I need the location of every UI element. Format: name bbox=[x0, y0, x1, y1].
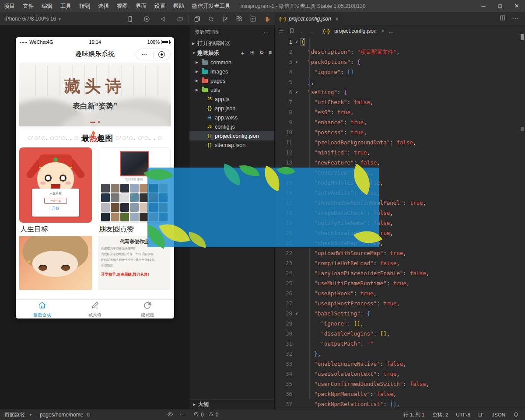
banner-carousel[interactable]: 藏头诗 表白新“姿势” bbox=[19, 63, 171, 126]
paper-text-line: 现代写寒假各科作业业务, 每本作业9.9元, bbox=[101, 258, 168, 262]
code-area[interactable]: 1∨{2 "description": "项目配置文件",3∨ "packOpt… bbox=[275, 37, 525, 409]
json-file-icon: {} bbox=[206, 133, 213, 138]
search-icon[interactable] bbox=[206, 14, 215, 23]
explorer-title: 资源管理器 bbox=[195, 29, 219, 35]
capsule-button[interactable]: ••• bbox=[136, 49, 171, 60]
cloud-decoration-right: 〇ﾟ〇ﾟ〇。〇ﾟ〇。。〇 bbox=[116, 136, 162, 141]
explorer-more-icon[interactable]: ⋯ bbox=[264, 29, 269, 35]
tabbar-item-趣图合成[interactable]: 趣图合成 bbox=[16, 300, 69, 318]
card-anime[interactable]: ✦ bbox=[19, 236, 92, 290]
editor-more-icon[interactable]: ⋯ bbox=[512, 14, 519, 23]
menu-工具[interactable]: 工具 bbox=[56, 0, 75, 12]
new-file-icon[interactable]: ＋ bbox=[240, 49, 245, 57]
menu-视图[interactable]: 视图 bbox=[113, 0, 132, 12]
banner-title: 藏头诗 bbox=[19, 76, 171, 98]
phone-simulator[interactable]: ••••• WeChat4G 16:14 100% 趣味娱乐系统 ••• 藏头诗… bbox=[16, 37, 174, 318]
code-line: 34 "useIsolateContext": true, bbox=[275, 369, 525, 379]
maximize-button[interactable]: □ bbox=[492, 0, 508, 12]
template-icon[interactable] bbox=[248, 14, 257, 23]
multi-window-icon[interactable] bbox=[175, 14, 184, 23]
record-icon[interactable] bbox=[142, 14, 151, 23]
battery-percent: 100% bbox=[147, 39, 160, 45]
avatar bbox=[101, 222, 110, 223]
page-path-value[interactable]: pages/home/home bbox=[40, 412, 83, 418]
outline-section[interactable]: ▶大纲 bbox=[189, 399, 274, 409]
tabbar-item-隐藏图[interactable]: 隐藏图 bbox=[121, 300, 174, 318]
language-mode[interactable]: JSON bbox=[492, 412, 505, 417]
menu-项目[interactable]: 项目 bbox=[0, 0, 19, 12]
more-icon[interactable]: ⋯ bbox=[179, 412, 185, 418]
extensions-icon[interactable] bbox=[234, 14, 243, 23]
js-file-icon: JS bbox=[206, 125, 213, 129]
menu-选择[interactable]: 选择 bbox=[94, 0, 113, 12]
tree-item-config.js[interactable]: JSconfig.js bbox=[189, 122, 274, 131]
breadcrumb-file[interactable]: project.config.json bbox=[334, 28, 377, 34]
card-moments-likes[interactable]: 5分钟前 删除 bbox=[98, 147, 171, 223]
open-editors-row[interactable]: ▶打开的编辑器 bbox=[189, 38, 274, 48]
tabbar-item-藏头诗[interactable]: 藏头诗 bbox=[69, 300, 122, 318]
back-icon[interactable]: ← bbox=[299, 28, 305, 35]
wxss-file-icon: ヨ bbox=[206, 114, 213, 121]
avatar bbox=[101, 184, 110, 192]
code-line: 7 "urlCheck": false, bbox=[275, 97, 525, 107]
capsule-close-icon[interactable] bbox=[154, 51, 171, 58]
menu-微信开发者工具[interactable]: 微信开发者工具 bbox=[188, 0, 234, 12]
indentation[interactable]: 空格: 2 bbox=[433, 412, 448, 418]
file-tree: ▶common▶images▶pages▶utilsJSapp.js{}app.… bbox=[189, 58, 274, 150]
menu-帮助[interactable]: 帮助 bbox=[169, 0, 188, 12]
tree-item-project.config.json[interactable]: {}project.config.json bbox=[189, 131, 274, 140]
collapse-all-icon[interactable]: ≡ bbox=[269, 49, 272, 57]
menu-转到[interactable]: 转到 bbox=[75, 0, 94, 12]
tree-item-app.wxss[interactable]: ヨapp.wxss bbox=[189, 113, 274, 122]
status-bar: 页面路径 ▼ pages/home/home ⧉ ⋯ 0 0 行 1, 列 1 … bbox=[0, 409, 525, 420]
avatar bbox=[111, 193, 119, 202]
forward-icon[interactable]: → bbox=[309, 28, 315, 35]
card-life-goal[interactable]: 人生目标 一键生成 开始 bbox=[19, 147, 92, 223]
avatar bbox=[111, 222, 119, 223]
code-editor[interactable]: ← → {··} project.config.json > … 1∨{2 "d… bbox=[275, 25, 525, 409]
mute-icon[interactable] bbox=[159, 14, 168, 23]
git-branch-icon[interactable] bbox=[220, 14, 229, 23]
tree-item-app.js[interactable]: JSapp.js bbox=[189, 94, 274, 104]
menu-文件[interactable]: 文件 bbox=[19, 0, 38, 12]
tree-item-images[interactable]: ▶images bbox=[189, 67, 274, 76]
menu-界面[interactable]: 界面 bbox=[132, 0, 150, 12]
encoding[interactable]: UTF-8 bbox=[456, 412, 470, 417]
explorer-view-icon[interactable] bbox=[192, 14, 201, 23]
copy-path-icon[interactable]: ⧉ bbox=[87, 412, 90, 418]
tree-item-app.json[interactable]: {}app.json bbox=[189, 104, 274, 113]
cursor-position[interactable]: 行 1, 列 1 bbox=[403, 412, 425, 418]
new-folder-icon[interactable]: ⊞ bbox=[250, 49, 255, 57]
bookmark-icon[interactable] bbox=[289, 28, 295, 35]
tab-close-icon[interactable]: × bbox=[336, 16, 339, 22]
avatar bbox=[120, 203, 129, 212]
minimize-button[interactable]: ─ bbox=[475, 0, 492, 12]
menu-编辑[interactable]: 编辑 bbox=[38, 0, 56, 12]
refresh-icon[interactable]: ↻ bbox=[259, 49, 264, 57]
tab-project-config-json[interactable]: {··} project.config.json × bbox=[275, 12, 343, 25]
image-grid: 人生目标 一键生成 开始 人生目标 5分钟前 删除 朋友圈点赞 bbox=[16, 145, 174, 290]
errors-icon[interactable] bbox=[193, 411, 199, 418]
menu-设置[interactable]: 设置 bbox=[150, 0, 169, 12]
tree-item-sitemap.json[interactable]: {}sitemap.json bbox=[189, 140, 274, 150]
project-root-row[interactable]: ▼趣味娱乐 ＋⊞↻≡ bbox=[189, 48, 274, 58]
capsule-more-icon[interactable]: ••• bbox=[136, 52, 153, 56]
eye-icon[interactable] bbox=[167, 411, 173, 419]
phone-mode-icon[interactable] bbox=[126, 14, 134, 23]
tree-item-utils[interactable]: ▶utils bbox=[189, 85, 274, 94]
split-editor-icon[interactable] bbox=[500, 15, 506, 23]
device-selector[interactable]: iPhone 6/7/8 100% 16▼ bbox=[4, 12, 62, 26]
code-line: 37 "packNpmRelationList": [], bbox=[275, 399, 525, 409]
tree-item-common[interactable]: ▶common bbox=[189, 58, 274, 67]
warnings-icon[interactable] bbox=[208, 411, 214, 418]
code-line: 2 "description": "项目配置文件", bbox=[275, 47, 525, 57]
tree-item-pages[interactable]: ▶pages bbox=[189, 76, 274, 85]
bell-icon[interactable] bbox=[513, 412, 519, 418]
card-homework[interactable]: 代写寒假作业 你还在为寒假作业头痛吗?为您解决寒假烦恼, 给你一个快乐的寒假,现… bbox=[98, 236, 171, 290]
avatar bbox=[140, 213, 148, 221]
outline-list-icon[interactable] bbox=[278, 28, 284, 35]
eol[interactable]: LF bbox=[478, 412, 484, 417]
page-path-label[interactable]: 页面路径 bbox=[4, 411, 25, 419]
hand-tool-icon[interactable] bbox=[262, 14, 271, 23]
close-button[interactable]: ✕ bbox=[508, 0, 525, 12]
